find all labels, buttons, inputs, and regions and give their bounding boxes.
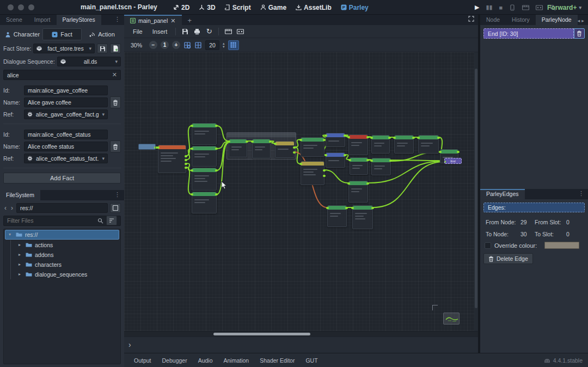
node-slot[interactable] [185,155,187,157]
expand-icon[interactable]: ▸ [19,242,23,247]
pause-button[interactable]: ▮▮ [486,4,492,11]
node-slot[interactable] [439,151,442,153]
delete-fact-button[interactable] [110,140,121,152]
dock-options-icon[interactable]: ⋮ [114,15,124,25]
graph-node-dialogue[interactable] [371,135,390,154]
node-slot[interactable] [293,151,296,154]
run-dialogue-button[interactable] [235,27,246,36]
node-slot[interactable] [344,154,346,156]
segment-action[interactable]: Action [83,28,121,40]
graph-node-end[interactable]: End [444,158,462,164]
tab-debugger[interactable]: Debugger [158,356,192,365]
tab-parley[interactable]: P Parley [341,4,369,11]
node-slot[interactable] [388,137,391,139]
graph-node-dialogue[interactable] [348,181,368,203]
node-slot[interactable] [370,160,373,162]
graph-node-condition[interactable] [301,161,324,185]
snap-spinner[interactable]: ▴▾ [223,42,225,48]
vertical-scrollbar[interactable] [474,52,478,331]
node-slot[interactable] [299,163,302,165]
colour-swatch[interactable] [544,242,579,249]
tab-audio[interactable]: Audio [194,356,217,365]
snap-toggle-icon[interactable] [183,41,191,49]
filter-files-input[interactable] [7,217,97,224]
path-input[interactable] [16,203,108,213]
graph-node-dialogue[interactable] [418,135,439,154]
node-slot[interactable] [366,159,369,161]
tab-parleyedges[interactable]: ParleyEdges [480,189,525,199]
graph-node-dialogue[interactable] [394,135,414,154]
fact-ref-dropdown[interactable]: alice_coffee_status_fact. ▾ [24,154,108,163]
menu-insert[interactable]: Insert [148,27,172,36]
delete-node-button[interactable] [574,28,585,39]
tab-parleystores[interactable]: ParleyStores [57,15,101,25]
tab-animation[interactable]: Animation [219,356,254,365]
fact-name-field[interactable] [24,142,108,151]
node-slot[interactable] [324,154,327,156]
node-slot[interactable] [215,193,218,195]
graph-node-action[interactable] [348,134,368,155]
fact-name-field[interactable] [24,97,108,107]
snap-distance-field[interactable]: 20 [205,40,219,50]
node-slot[interactable] [457,151,460,153]
fact-id-field[interactable] [24,85,108,95]
node-slot[interactable] [246,140,248,143]
graph-node-dialogue[interactable] [352,205,373,229]
node-slot[interactable] [191,193,193,195]
save-fact-store-button[interactable] [97,44,108,53]
nav-forward-icon[interactable]: › [10,204,14,212]
node-slot[interactable] [299,139,302,141]
tab-game[interactable]: Game [260,4,286,11]
node-slot[interactable] [274,143,277,145]
node-slot[interactable] [293,146,296,149]
node-slot[interactable] [185,167,187,169]
menu-file[interactable]: File [128,27,147,36]
node-slot[interactable] [324,134,327,137]
tab-parleynode[interactable]: ParleyNode [536,15,578,25]
split-mode-button[interactable] [110,203,121,213]
node-slot[interactable] [347,136,350,138]
tab-2d[interactable]: 2D [173,4,189,11]
tree-item-folder[interactable]: ▸ addons [4,250,120,260]
graph-node-dialogue[interactable] [301,137,324,157]
test-dialogue-button[interactable] [223,27,234,36]
history-forward-icon[interactable]: ▸ [581,18,584,23]
node-slot[interactable] [191,169,193,172]
distraction-free-icon[interactable] [468,15,478,25]
remote-debug-icon[interactable] [509,4,516,11]
tab-scene[interactable]: Scene [0,15,28,25]
expand-icon[interactable]: ▸ [19,272,23,277]
node-slot[interactable] [366,136,369,138]
sort-files-button[interactable] [106,216,117,225]
graph-node-dialogue[interactable] [192,123,217,145]
maximize-window-icon[interactable] [28,4,34,10]
zoom-in-button[interactable]: + [172,41,180,49]
node-slot[interactable] [185,163,187,165]
tab-output[interactable]: Output [130,356,156,365]
new-tab-button[interactable]: + [182,15,198,25]
node-slot[interactable] [366,182,369,185]
dock-options-icon[interactable]: ⋮ [586,17,588,24]
expand-panel-icon[interactable]: › [128,340,131,349]
fact-ref-dropdown[interactable]: alice_gave_coffee_fact.g ▾ [24,109,108,119]
expand-icon[interactable]: ▸ [19,262,23,267]
graph-node-dialogue[interactable] [192,192,217,213]
node-slot[interactable] [437,137,440,139]
node-slot[interactable] [347,182,350,185]
fact-id-field[interactable] [24,130,108,139]
segment-character[interactable]: Character [3,28,41,40]
tab-3d[interactable]: 3D [199,4,215,11]
node-slot[interactable] [326,207,329,209]
minimize-window-icon[interactable] [18,4,24,10]
node-slot[interactable] [345,207,348,209]
movie-maker-icon[interactable] [522,4,529,10]
node-slot[interactable] [251,140,254,143]
node-slot[interactable] [185,159,187,161]
node-slot[interactable] [269,140,272,143]
node-slot[interactable] [191,148,193,150]
node-slot[interactable] [323,175,326,177]
scene-tab-main-panel[interactable]: main_panel ✕ [124,15,182,25]
play-button[interactable]: ▶ [475,4,479,11]
graph-minimap[interactable] [443,313,460,325]
segment-fact[interactable]: Fact [42,28,82,40]
